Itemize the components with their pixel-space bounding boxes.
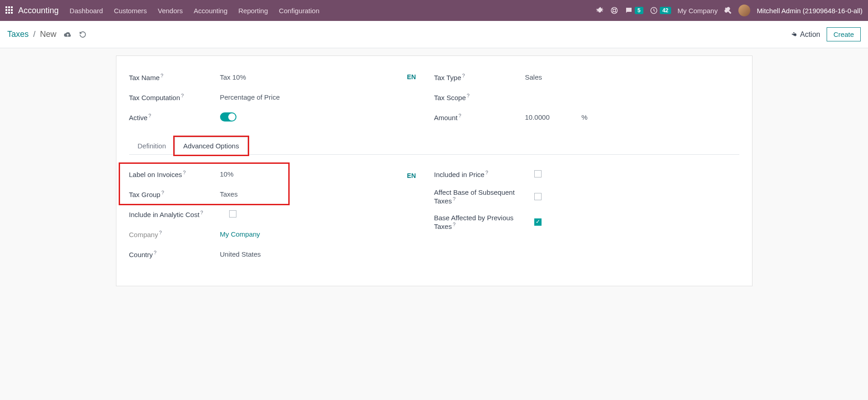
field-tax-type: Tax Type? Sales	[434, 67, 739, 87]
field-base-affected: Base Affected by Previous Taxes?	[434, 209, 739, 235]
menu-dashboard[interactable]: Dashboard	[70, 7, 103, 15]
field-include-analytic: Include in Analytic Cost?	[129, 204, 434, 224]
label-invoices-input[interactable]: 10%	[220, 170, 234, 178]
form-col-left: Tax Name? Tax 10% EN Tax Computation? Pe…	[129, 67, 434, 127]
app-brand[interactable]: Accounting	[18, 6, 59, 15]
tax-name-input[interactable]: Tax 10%	[220, 73, 246, 81]
apps-icon[interactable]	[5, 6, 14, 15]
company-value[interactable]: My Company	[220, 230, 260, 238]
tax-computation-label: Tax Computation?	[129, 93, 220, 101]
base-affected-checkbox[interactable]	[534, 218, 542, 226]
amount-unit: %	[582, 113, 587, 121]
field-country: Country? United States	[129, 244, 434, 264]
affect-base-checkbox[interactable]	[534, 193, 542, 200]
messages-button[interactable]: 5	[625, 6, 643, 15]
adv-col-right: Included in Price? Affect Base of Subseq…	[434, 164, 739, 264]
cloud-save-icon[interactable]	[64, 31, 72, 38]
tax-scope-label: Tax Scope?	[434, 93, 525, 101]
messages-count: 5	[635, 7, 643, 14]
country-select[interactable]: United States	[220, 250, 261, 258]
breadcrumb-current: New	[40, 30, 56, 39]
activities-button[interactable]: 42	[650, 6, 671, 15]
company-label: Company?	[129, 230, 220, 238]
country-label: Country?	[129, 250, 220, 258]
tab-content-advanced: Label on Invoices? 10% Tax Group? Taxes …	[129, 155, 739, 264]
tax-group-label: Tax Group?	[129, 190, 220, 198]
field-included-price: Included in Price?	[434, 164, 739, 184]
control-right: Action Create	[790, 27, 861, 41]
field-company: Company? My Company	[129, 224, 434, 244]
tax-type-label: Tax Type?	[434, 73, 525, 81]
menu-vendors[interactable]: Vendors	[158, 7, 183, 15]
tax-name-label: Tax Name?	[129, 73, 220, 81]
form-top: Tax Name? Tax 10% EN Tax Computation? Pe…	[129, 67, 739, 127]
sheet-wrap: Tax Name? Tax 10% EN Tax Computation? Pe…	[0, 48, 868, 294]
amount-input[interactable]: 10.0000	[525, 113, 550, 121]
breadcrumb-root[interactable]: Taxes	[7, 30, 29, 39]
action-dropdown[interactable]: Action	[790, 30, 820, 39]
tax-group-select[interactable]: Taxes	[220, 190, 238, 198]
menu-customers[interactable]: Customers	[114, 7, 147, 15]
bug-icon[interactable]	[596, 6, 604, 15]
menu-accounting[interactable]: Accounting	[194, 7, 227, 15]
company-switcher[interactable]: My Company	[677, 7, 717, 15]
form-sheet: Tax Name? Tax 10% EN Tax Computation? Pe…	[116, 56, 753, 286]
field-tax-scope: Tax Scope?	[434, 87, 739, 107]
avatar[interactable]	[738, 5, 750, 16]
amount-label: Amount?	[434, 113, 525, 122]
field-active: Active?	[129, 107, 434, 127]
include-analytic-label: Include in Analytic Cost?	[129, 210, 229, 218]
main-menu: Dashboard Customers Vendors Accounting R…	[70, 7, 319, 15]
topbar-right: 5 42 My Company Mitchell Admin (21909648…	[596, 5, 863, 16]
menu-configuration[interactable]: Configuration	[279, 7, 319, 15]
breadcrumb-sep: /	[33, 30, 35, 39]
user-name[interactable]: Mitchell Admin (21909648-16-0-all)	[757, 7, 863, 15]
field-affect-base: Affect Base of Subsequent Taxes?	[434, 184, 739, 209]
tabs: Definition Advanced Options	[129, 137, 739, 155]
action-label: Action	[800, 30, 820, 39]
tab-definition[interactable]: Definition	[129, 137, 175, 155]
discard-icon[interactable]	[79, 31, 86, 38]
svg-point-1	[613, 9, 616, 12]
control-bar: Taxes / New Action Create	[0, 21, 868, 48]
label-invoices-label: Label on Invoices?	[129, 170, 220, 178]
form-col-right: Tax Type? Sales Tax Scope? Amount? 10.00…	[434, 67, 739, 127]
menu-reporting[interactable]: Reporting	[238, 7, 268, 15]
active-label: Active?	[129, 113, 220, 122]
adv-col-left: Label on Invoices? 10% Tax Group? Taxes …	[129, 164, 434, 264]
activities-count: 42	[660, 7, 671, 14]
support-icon[interactable]	[610, 6, 618, 15]
field-amount: Amount? 10.0000 %	[434, 107, 739, 127]
breadcrumb: Taxes / New	[7, 30, 86, 39]
topbar: Accounting Dashboard Customers Vendors A…	[0, 0, 868, 21]
affect-base-label: Affect Base of Subsequent Taxes?	[434, 188, 534, 205]
base-affected-label: Base Affected by Previous Taxes?	[434, 214, 534, 230]
included-price-label: Included in Price?	[434, 170, 534, 178]
tax-computation-select[interactable]: Percentage of Price	[220, 93, 280, 101]
included-price-checkbox[interactable]	[534, 170, 542, 177]
lang-button[interactable]: EN	[407, 73, 416, 81]
create-button[interactable]: Create	[827, 27, 861, 41]
tab-advanced-options[interactable]: Advanced Options	[175, 137, 248, 155]
field-tax-computation: Tax Computation? Percentage of Price	[129, 87, 434, 107]
field-tax-name: Tax Name? Tax 10% EN	[129, 67, 434, 87]
active-toggle[interactable]	[220, 112, 236, 122]
tools-icon[interactable]	[724, 6, 732, 15]
include-analytic-checkbox[interactable]	[229, 210, 236, 218]
tax-type-select[interactable]: Sales	[525, 73, 542, 81]
